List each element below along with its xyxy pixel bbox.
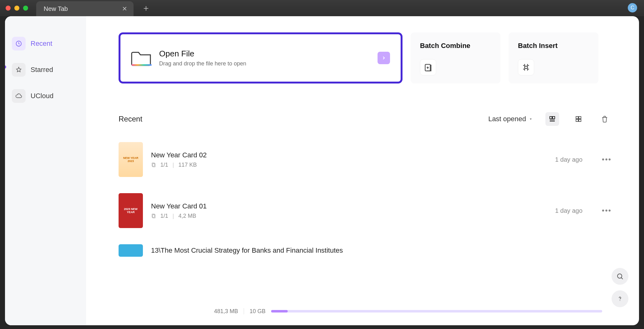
sidebar: Recent Starred UCloud xyxy=(5,16,86,325)
thumb-label: 2023 NEW YEAR xyxy=(119,193,143,228)
list-section-title: Recent xyxy=(119,115,142,123)
help-button[interactable] xyxy=(612,290,628,307)
file-list: NEW YEAR 2023 New Year Card 02 1/1 | 117… xyxy=(119,142,612,257)
insert-icon xyxy=(518,59,534,75)
search-button[interactable] xyxy=(612,268,628,285)
view-list-button[interactable] xyxy=(545,112,559,126)
sidebar-item-recent[interactable]: Recent xyxy=(12,37,79,50)
file-time: 1 day ago xyxy=(555,156,583,163)
file-meta: 1/1 | 4,2 MB xyxy=(151,213,547,219)
file-info: New Year Card 02 1/1 | 117 KB xyxy=(151,151,547,168)
open-file-text: Open File Drag and drop the file here to… xyxy=(159,49,371,67)
svg-rect-3 xyxy=(524,66,527,69)
file-meta: 1/1 | 117 KB xyxy=(151,162,547,168)
cloud-icon xyxy=(12,89,26,103)
thumb-label: NEW YEAR 2023 xyxy=(119,142,143,177)
storage-separator xyxy=(244,308,244,314)
svg-point-14 xyxy=(617,274,622,278)
close-tab-icon[interactable]: ✕ xyxy=(122,5,127,12)
sidebar-item-label: Recent xyxy=(31,40,52,48)
open-file-subtitle: Drag and drop the file here to open xyxy=(159,60,371,67)
storage-used: 481,3 MB xyxy=(214,308,238,315)
sort-dropdown[interactable]: Last opened xyxy=(488,115,533,123)
file-size: 4,2 MB xyxy=(178,213,196,219)
svg-rect-6 xyxy=(576,117,578,119)
folder-icon xyxy=(131,49,152,67)
more-options-button[interactable]: ••• xyxy=(602,206,612,215)
tab-title: New Tab xyxy=(44,5,68,12)
file-thumbnail xyxy=(119,244,143,257)
svg-rect-1 xyxy=(132,64,152,66)
trash-button[interactable] xyxy=(598,112,612,126)
file-thumbnail: 2023 NEW YEAR xyxy=(119,193,143,228)
chevron-down-icon xyxy=(529,117,533,121)
combine-icon xyxy=(420,59,436,75)
svg-rect-5 xyxy=(553,117,555,119)
storage-progress-fill xyxy=(271,310,288,312)
list-controls: Last opened xyxy=(488,112,612,126)
file-info: New Year Card 01 1/1 | 4,2 MB xyxy=(151,202,547,219)
file-info: 13\The Most Crucial Strategy for Banks a… xyxy=(151,246,612,255)
sidebar-item-starred[interactable]: Starred xyxy=(12,63,79,77)
svg-point-16 xyxy=(620,300,620,301)
add-tab-button[interactable]: ＋ xyxy=(142,2,150,14)
file-pages: 1/1 xyxy=(160,213,168,219)
avatar-letter: C xyxy=(631,5,634,11)
file-name: New Year Card 01 xyxy=(151,202,547,210)
open-file-title: Open File xyxy=(159,49,371,59)
more-options-button[interactable]: ••• xyxy=(602,155,612,164)
open-file-card[interactable]: Open File Drag and drop the file here to… xyxy=(119,32,402,83)
file-row[interactable]: 13\The Most Crucial Strategy for Banks a… xyxy=(119,244,612,257)
action-card-title: Batch Combine xyxy=(420,42,491,50)
batch-insert-card[interactable]: Batch Insert xyxy=(509,32,598,83)
file-thumbnail: NEW YEAR 2023 xyxy=(119,142,143,177)
meta-separator: | xyxy=(173,213,174,219)
meta-separator: | xyxy=(173,162,174,168)
clock-icon xyxy=(12,37,26,50)
storage-progress xyxy=(271,310,602,312)
browser-tab[interactable]: New Tab ✕ xyxy=(36,1,134,16)
view-grid-button[interactable] xyxy=(572,112,585,126)
titlebar: New Tab ✕ ＋ C xyxy=(0,0,644,16)
window-close-button[interactable] xyxy=(6,6,11,11)
pages-icon xyxy=(151,213,156,218)
sidebar-item-label: UCloud xyxy=(31,92,53,100)
star-icon xyxy=(12,63,26,77)
list-header: Recent Last opened xyxy=(119,112,612,126)
action-card-title: Batch Insert xyxy=(518,42,589,50)
app-window: Recent Starred UCloud xyxy=(5,16,639,325)
main-content: Open File Drag and drop the file here to… xyxy=(86,16,639,325)
sidebar-item-ucloud[interactable]: UCloud xyxy=(12,89,79,103)
svg-rect-8 xyxy=(576,119,578,122)
chevron-right-icon[interactable] xyxy=(378,52,390,64)
svg-rect-9 xyxy=(579,119,581,122)
window-zoom-button[interactable] xyxy=(23,6,28,11)
traffic-lights xyxy=(6,6,28,11)
avatar[interactable]: C xyxy=(628,3,637,12)
svg-rect-4 xyxy=(550,117,552,119)
window-minimize-button[interactable] xyxy=(14,6,19,11)
file-pages: 1/1 xyxy=(160,162,168,168)
storage-total: 10 GB xyxy=(250,308,266,315)
file-row[interactable]: NEW YEAR 2023 New Year Card 02 1/1 | 117… xyxy=(119,142,612,177)
file-name: 13\The Most Crucial Strategy for Banks a… xyxy=(151,246,612,255)
top-cards-row: Open File Drag and drop the file here to… xyxy=(119,32,612,83)
svg-rect-7 xyxy=(579,117,581,119)
file-time: 1 day ago xyxy=(555,207,583,214)
sort-label: Last opened xyxy=(488,115,526,123)
file-size: 117 KB xyxy=(178,162,197,168)
batch-combine-card[interactable]: Batch Combine xyxy=(411,32,500,83)
file-name: New Year Card 02 xyxy=(151,151,547,159)
storage-bar: 481,3 MB 10 GB xyxy=(205,303,612,320)
sidebar-item-label: Starred xyxy=(31,66,53,74)
file-row[interactable]: 2023 NEW YEAR New Year Card 01 1/1 | 4,2… xyxy=(119,193,612,228)
pages-icon xyxy=(151,162,156,167)
